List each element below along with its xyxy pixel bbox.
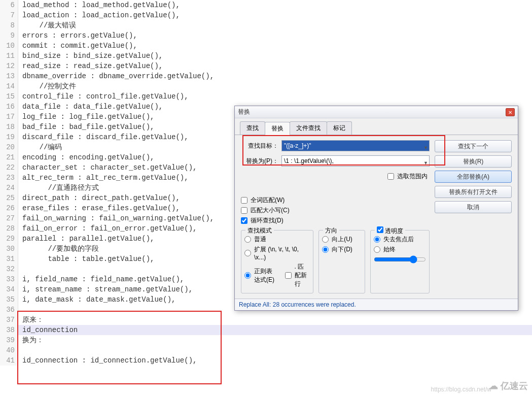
close-icon[interactable]: ✕ [506, 108, 515, 116]
dialog-body: 查找目标： "([a-z_]+)" ▼ 替换为(P)： \1 : \1.getV… [235, 135, 518, 299]
newline-match-checkbox[interactable] [285, 272, 292, 279]
code-line[interactable]: commit : commit.getValue(), [18, 41, 532, 51]
logo: ☁ 亿速云 [489, 380, 528, 392]
chevron-down-icon[interactable]: ▼ [423, 158, 428, 168]
wrap-around-checkbox[interactable] [241, 217, 247, 224]
code-line[interactable]: //控制文件 [18, 81, 532, 91]
code-line[interactable]: control_file : control_file.getValue(), [18, 91, 532, 102]
code-line[interactable]: load_method : load_method.getValue(), [18, 0, 532, 10]
line-number: 6 [0, 0, 18, 10]
line-number: 29 [0, 234, 18, 244]
trans-always-radio[interactable]: 始终 [374, 245, 426, 254]
code-line[interactable]: bind_size : bind_size.getValue(), [18, 51, 532, 61]
replace-value: \1 : \1.getValue\(\), [284, 157, 334, 164]
line-number: 27 [0, 213, 18, 223]
code-line[interactable]: //最大错误 [18, 20, 532, 30]
line-number: 8 [0, 20, 18, 30]
dir-down-radio[interactable]: 向下(D) [322, 245, 362, 254]
in-selection-checkbox[interactable] [387, 173, 394, 180]
line-number: 30 [0, 244, 18, 254]
chevron-down-icon[interactable]: ▼ [423, 143, 428, 153]
transparency-group: 透明度 失去焦点后 始终 [370, 230, 430, 293]
mode-legend: 查找模式 [245, 226, 274, 235]
code-line[interactable]: 原来： [18, 315, 532, 325]
line-number: 41 [0, 355, 18, 366]
replace-button[interactable]: 替换(R) [435, 155, 512, 168]
line-number: 7 [0, 10, 18, 20]
line-number: 31 [0, 254, 18, 264]
replace-dialog: 替换 ✕ 查找 替换 文件查找 标记 查找目标： "([a-z_]+)" ▼ 替… [234, 106, 518, 311]
line-number: 39 [0, 335, 18, 345]
find-input[interactable]: "([a-z_]+)" ▼ [281, 140, 430, 151]
line-number: 40 [0, 345, 18, 355]
line-number: 12 [0, 61, 18, 71]
dialog-title: 替换 [238, 108, 506, 116]
trans-lose-radio[interactable]: 失去焦点后 [374, 235, 426, 244]
tab-mark[interactable]: 标记 [327, 121, 352, 135]
line-number: 36 [0, 305, 18, 315]
code-line[interactable]: read_size : read_size.getValue(), [18, 61, 532, 71]
line-number: 20 [0, 142, 18, 152]
line-number: 18 [0, 122, 18, 132]
dialog-titlebar[interactable]: 替换 ✕ [235, 106, 518, 118]
whole-word-checkbox[interactable] [241, 197, 247, 204]
transparency-legend: 透明度 [375, 226, 405, 236]
line-gutter: 6789101112131415161718192021222324252627… [0, 0, 18, 366]
code-line[interactable]: errors : errors.getValue(), [18, 30, 532, 41]
line-number: 17 [0, 112, 18, 122]
dir-up-radio[interactable]: 向上(U) [322, 235, 362, 244]
replace-all-open-button[interactable]: 替换所有打开文件 [435, 186, 512, 198]
direction-legend: 方向 [323, 226, 339, 235]
line-number: 26 [0, 203, 18, 213]
line-number: 13 [0, 71, 18, 81]
dialog-status: Replace All: 28 occurrences were replace… [235, 299, 518, 310]
line-number: 32 [0, 264, 18, 274]
line-number: 19 [0, 132, 18, 142]
line-number: 14 [0, 81, 18, 91]
transparency-slider[interactable] [374, 255, 426, 264]
line-number: 11 [0, 51, 18, 61]
find-value: "([a-z_]+)" [284, 142, 311, 149]
code-line[interactable]: 换为： [18, 335, 532, 345]
line-number: 24 [0, 183, 18, 193]
line-number: 28 [0, 223, 18, 234]
code-line[interactable]: load_action : load_action.getValue(), [18, 10, 532, 20]
tab-find[interactable]: 查找 [240, 121, 265, 135]
line-number: 34 [0, 284, 18, 294]
tab-replace[interactable]: 替换 [265, 122, 290, 135]
tab-find-in-files[interactable]: 文件查找 [290, 121, 327, 135]
line-number: 16 [0, 102, 18, 112]
line-number: 38 [0, 325, 18, 335]
code-line[interactable]: id_connection : id_connection.getValue()… [18, 355, 532, 366]
wrap-around-check[interactable]: 循环查找(D) [241, 216, 430, 225]
find-next-button[interactable]: 查找下一个 [435, 140, 512, 152]
code-line[interactable]: id_connection [18, 325, 532, 335]
replace-input[interactable]: \1 : \1.getValue\(\), ▼ [281, 155, 430, 167]
line-number: 35 [0, 294, 18, 305]
line-number: 33 [0, 274, 18, 284]
code-line[interactable] [18, 345, 532, 355]
direction-group: 方向 向上(U) 向下(D) [318, 230, 365, 293]
line-number: 9 [0, 30, 18, 41]
whole-word-check[interactable]: 全词匹配(W) [241, 196, 430, 205]
code-line[interactable]: dbname_override : dbname_override.getVal… [18, 71, 532, 81]
match-case-checkbox[interactable] [241, 207, 247, 214]
mode-regex-radio[interactable]: 正则表达式(E) . 匹配新行 [244, 262, 310, 288]
mode-extended-radio[interactable]: 扩展 (\n, \r, \t, \0, \x...) [244, 245, 310, 261]
line-number: 37 [0, 315, 18, 325]
transparency-checkbox[interactable] [377, 226, 383, 233]
line-number: 23 [0, 173, 18, 183]
line-number: 21 [0, 152, 18, 162]
watermark: https://blog.csdn.net/w [431, 386, 491, 393]
line-number: 25 [0, 193, 18, 203]
cancel-button[interactable]: 取消 [435, 201, 512, 213]
line-number: 15 [0, 91, 18, 102]
mode-normal-radio[interactable]: 普通 [244, 235, 310, 244]
replace-all-button[interactable]: 全部替换(A) [435, 171, 512, 183]
match-case-check[interactable]: 匹配大小写(C) [241, 206, 430, 215]
dialog-tabs: 查找 替换 文件查找 标记 [235, 118, 518, 135]
line-number: 10 [0, 41, 18, 51]
find-label: 查找目标： [241, 142, 281, 150]
in-selection-check[interactable]: 选取范围内 [387, 172, 428, 181]
search-mode-group: 查找模式 普通 扩展 (\n, \r, \t, \0, \x...) 正则表达式… [241, 230, 313, 293]
